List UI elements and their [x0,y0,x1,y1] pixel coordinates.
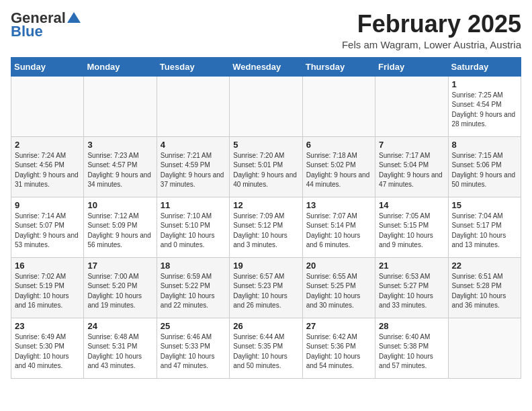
day-number: 20 [306,261,371,271]
weekday-header-saturday: Saturday [448,57,521,76]
day-number: 2 [15,140,80,150]
weekday-header-wednesday: Wednesday [230,57,302,76]
logo: General Blue [11,11,81,39]
logo-blue-text: Blue [11,24,43,39]
day-number: 15 [452,200,517,210]
day-info: Sunrise: 7:18 AM Sunset: 5:02 PM Dayligh… [306,151,371,190]
day-number: 8 [452,140,517,150]
day-number: 19 [233,261,298,271]
calendar-table: SundayMondayTuesdayWednesdayThursdayFrid… [11,57,521,379]
weekday-header-sunday: Sunday [11,57,84,76]
calendar-week-row: 23Sunrise: 6:49 AM Sunset: 5:30 PM Dayli… [11,318,521,378]
day-number: 6 [306,140,371,150]
day-info: Sunrise: 6:44 AM Sunset: 5:35 PM Dayligh… [233,332,298,371]
day-info: Sunrise: 6:42 AM Sunset: 5:36 PM Dayligh… [306,332,371,371]
calendar-cell: 7Sunrise: 7:17 AM Sunset: 5:04 PM Daylig… [375,136,448,197]
day-info: Sunrise: 6:51 AM Sunset: 5:28 PM Dayligh… [452,272,517,311]
day-info: Sunrise: 7:05 AM Sunset: 5:15 PM Dayligh… [379,212,444,250]
day-info: Sunrise: 7:02 AM Sunset: 5:19 PM Dayligh… [15,272,80,311]
day-number: 16 [15,261,80,271]
day-number: 5 [233,140,298,150]
day-info: Sunrise: 7:17 AM Sunset: 5:04 PM Dayligh… [379,151,444,190]
calendar-cell: 12Sunrise: 7:09 AM Sunset: 5:12 PM Dayli… [230,197,302,257]
calendar-cell [448,318,521,378]
day-info: Sunrise: 6:49 AM Sunset: 5:30 PM Dayligh… [15,332,80,371]
day-number: 18 [161,261,226,271]
day-number: 25 [161,321,226,331]
day-number: 10 [87,200,152,210]
calendar-cell: 10Sunrise: 7:12 AM Sunset: 5:09 PM Dayli… [84,197,157,257]
day-info: Sunrise: 7:10 AM Sunset: 5:10 PM Dayligh… [161,212,226,250]
day-info: Sunrise: 7:21 AM Sunset: 4:59 PM Dayligh… [161,151,226,190]
calendar-cell: 17Sunrise: 7:00 AM Sunset: 5:20 PM Dayli… [84,257,157,318]
day-info: Sunrise: 7:04 AM Sunset: 5:17 PM Dayligh… [452,212,517,250]
day-info: Sunrise: 7:24 AM Sunset: 4:56 PM Dayligh… [15,151,80,190]
calendar-cell: 28Sunrise: 6:40 AM Sunset: 5:38 PM Dayli… [375,318,448,378]
calendar-cell: 3Sunrise: 7:23 AM Sunset: 4:57 PM Daylig… [84,136,157,197]
day-info: Sunrise: 7:07 AM Sunset: 5:14 PM Dayligh… [306,212,371,250]
day-number: 3 [87,140,152,150]
calendar-cell [157,76,229,136]
calendar-cell: 13Sunrise: 7:07 AM Sunset: 5:14 PM Dayli… [302,197,375,257]
calendar-cell [84,76,157,136]
day-number: 1 [452,79,517,89]
day-number: 13 [306,200,371,210]
day-number: 28 [379,321,444,331]
day-number: 14 [379,200,444,210]
calendar-cell [230,76,302,136]
day-info: Sunrise: 7:14 AM Sunset: 5:07 PM Dayligh… [15,212,80,250]
calendar-cell: 27Sunrise: 6:42 AM Sunset: 5:36 PM Dayli… [302,318,375,378]
calendar-cell: 26Sunrise: 6:44 AM Sunset: 5:35 PM Dayli… [230,318,302,378]
day-number: 7 [379,140,444,150]
calendar-cell: 4Sunrise: 7:21 AM Sunset: 4:59 PM Daylig… [157,136,229,197]
calendar-cell: 15Sunrise: 7:04 AM Sunset: 5:17 PM Dayli… [448,197,521,257]
day-info: Sunrise: 7:15 AM Sunset: 5:06 PM Dayligh… [452,151,517,190]
title-block: February 2025 Fels am Wagram, Lower Aust… [342,11,521,50]
day-number: 21 [379,261,444,271]
day-number: 24 [87,321,152,331]
calendar-cell: 6Sunrise: 7:18 AM Sunset: 5:02 PM Daylig… [302,136,375,197]
calendar-week-row: 2Sunrise: 7:24 AM Sunset: 4:56 PM Daylig… [11,136,521,197]
day-info: Sunrise: 7:25 AM Sunset: 4:54 PM Dayligh… [452,91,517,130]
day-number: 17 [87,261,152,271]
calendar-cell: 9Sunrise: 7:14 AM Sunset: 5:07 PM Daylig… [11,197,84,257]
calendar-cell: 22Sunrise: 6:51 AM Sunset: 5:28 PM Dayli… [448,257,521,318]
day-info: Sunrise: 6:55 AM Sunset: 5:25 PM Dayligh… [306,272,371,311]
calendar-cell: 14Sunrise: 7:05 AM Sunset: 5:15 PM Dayli… [375,197,448,257]
weekday-header-friday: Friday [375,57,448,76]
day-info: Sunrise: 6:57 AM Sunset: 5:23 PM Dayligh… [233,272,298,311]
calendar-cell [375,76,448,136]
location-subtitle: Fels am Wagram, Lower Austria, Austria [342,39,521,50]
calendar-week-row: 1Sunrise: 7:25 AM Sunset: 4:54 PM Daylig… [11,76,521,136]
svg-marker-0 [67,12,81,23]
month-title: February 2025 [342,11,521,38]
weekday-header-thursday: Thursday [302,57,375,76]
day-info: Sunrise: 7:23 AM Sunset: 4:57 PM Dayligh… [87,151,152,190]
calendar-cell: 20Sunrise: 6:55 AM Sunset: 5:25 PM Dayli… [302,257,375,318]
calendar-cell: 8Sunrise: 7:15 AM Sunset: 5:06 PM Daylig… [448,136,521,197]
calendar-cell: 18Sunrise: 6:59 AM Sunset: 5:22 PM Dayli… [157,257,229,318]
logo-icon [67,12,81,23]
calendar-cell [11,76,84,136]
calendar-cell: 24Sunrise: 6:48 AM Sunset: 5:31 PM Dayli… [84,318,157,378]
day-info: Sunrise: 7:20 AM Sunset: 5:01 PM Dayligh… [233,151,298,190]
day-info: Sunrise: 6:59 AM Sunset: 5:22 PM Dayligh… [161,272,226,311]
weekday-header-tuesday: Tuesday [157,57,229,76]
calendar-cell: 2Sunrise: 7:24 AM Sunset: 4:56 PM Daylig… [11,136,84,197]
day-info: Sunrise: 6:46 AM Sunset: 5:33 PM Dayligh… [161,332,226,371]
weekday-header-monday: Monday [84,57,157,76]
day-info: Sunrise: 7:12 AM Sunset: 5:09 PM Dayligh… [87,212,152,250]
calendar-cell: 16Sunrise: 7:02 AM Sunset: 5:19 PM Dayli… [11,257,84,318]
day-info: Sunrise: 6:53 AM Sunset: 5:27 PM Dayligh… [379,272,444,311]
calendar-cell: 1Sunrise: 7:25 AM Sunset: 4:54 PM Daylig… [448,76,521,136]
calendar-cell: 11Sunrise: 7:10 AM Sunset: 5:10 PM Dayli… [157,197,229,257]
day-info: Sunrise: 6:40 AM Sunset: 5:38 PM Dayligh… [379,332,444,371]
day-number: 11 [161,200,226,210]
page-header: General Blue February 2025 Fels am Wagra… [11,11,521,50]
calendar-week-row: 9Sunrise: 7:14 AM Sunset: 5:07 PM Daylig… [11,197,521,257]
day-number: 12 [233,200,298,210]
calendar-header-row: SundayMondayTuesdayWednesdayThursdayFrid… [11,57,521,76]
calendar-week-row: 16Sunrise: 7:02 AM Sunset: 5:19 PM Dayli… [11,257,521,318]
day-number: 26 [233,321,298,331]
day-number: 22 [452,261,517,271]
